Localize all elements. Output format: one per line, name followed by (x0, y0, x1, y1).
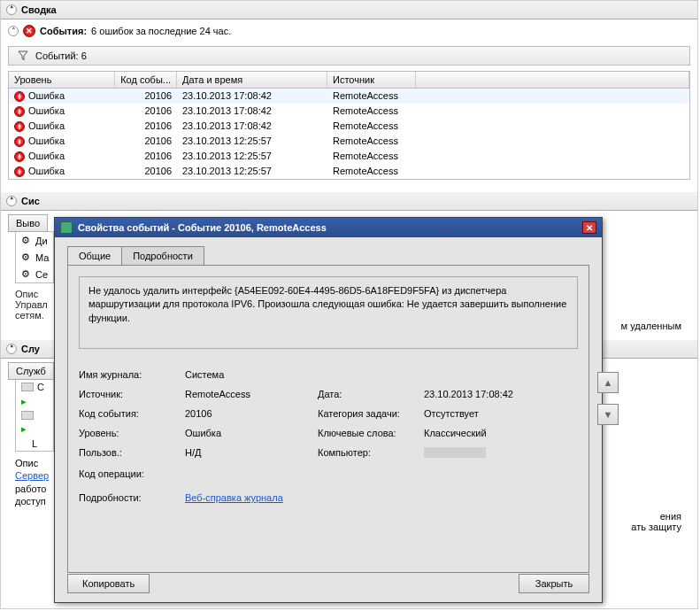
summary-header: ˄ Сводка (1, 1, 697, 19)
cell-date: 23.10.2013 12:25:57 (177, 150, 327, 163)
collapse-icon[interactable]: ˄ (6, 344, 17, 354)
cell-code: 20106 (115, 165, 177, 178)
value-log: Система (185, 369, 318, 380)
event-message[interactable]: Не удалось удалить интерфейс {A54EE092-6… (79, 276, 578, 349)
tab-details[interactable]: Подробности (121, 246, 204, 265)
cell-date: 23.10.2013 12:25:57 (177, 135, 327, 148)
service-icon (21, 411, 34, 420)
cell-level: Ошибка (28, 90, 65, 101)
list-item[interactable]: ⚙Ди (16, 232, 53, 249)
col-source[interactable]: Источник (327, 72, 416, 88)
label-eventid: Код события: (79, 408, 185, 419)
table-row[interactable]: !Ошибка2010623.10.2013 12:25:57RemoteAcc… (9, 134, 689, 149)
table-row[interactable]: !Ошибка2010623.10.2013 12:25:57RemoteAcc… (9, 149, 689, 164)
nav-down-button[interactable]: ▼ (597, 404, 619, 425)
copy-button[interactable]: Копировать (67, 574, 150, 593)
table-row[interactable]: !Ошибка2010623.10.2013 17:08:42RemoteAcc… (9, 89, 689, 104)
value-taskcat: Отсутствует (424, 408, 578, 419)
redacted-block (424, 447, 486, 458)
col-code[interactable]: Код собы... (115, 72, 177, 88)
error-icon: ! (14, 91, 25, 102)
table-row[interactable]: !Ошибка2010623.10.2013 17:08:42RemoteAcc… (9, 104, 689, 119)
description-text: Опис Управл сетям. (15, 289, 54, 321)
list-item: L (16, 437, 53, 451)
events-summary-row: ˄ ✕ События: 6 ошибок за последние 24 ча… (1, 19, 697, 43)
table-header: Уровень Код собы... Дата и время Источни… (9, 72, 689, 89)
value-user: Н/Д (185, 447, 318, 460)
events-summary-text: 6 ошибок за последние 24 час. (91, 26, 231, 36)
col-level[interactable]: Уровень (9, 72, 115, 88)
cell-level: Ошибка (28, 166, 65, 176)
cell-code: 20106 (115, 120, 177, 133)
value-eventid: 20106 (185, 408, 318, 419)
list-item[interactable] (16, 409, 53, 422)
cell-code: 20106 (115, 104, 177, 118)
sis-header: ˄ Сис (1, 192, 697, 211)
list-item: ▸ (16, 422, 53, 437)
play-icon: ▸ (21, 423, 27, 435)
filter-count: Событий: 6 (35, 50, 87, 61)
table-row[interactable]: !Ошибка2010623.10.2013 12:25:57RemoteAcc… (9, 164, 689, 179)
tab-general-pane: Не удалось удалить интерфейс {A54EE092-6… (67, 265, 589, 573)
list-item[interactable]: С (16, 380, 53, 394)
close-icon[interactable]: ✕ (582, 221, 596, 234)
filter-bar: Событий: 6 (8, 46, 690, 66)
serv-title: Слу (21, 344, 40, 354)
dialog-title: Свойства событий - Событие 20106, Remote… (78, 222, 327, 233)
dialog-titlebar[interactable]: Свойства событий - Событие 20106, Remote… (55, 218, 602, 237)
label-user: Пользов.: (79, 447, 185, 460)
cell-level: Ошибка (28, 135, 65, 146)
cell-date: 23.10.2013 12:25:57 (177, 165, 327, 178)
sis-button[interactable]: Выво (8, 214, 48, 232)
label-details: Подробности: (79, 492, 185, 503)
app-icon (60, 221, 73, 234)
cell-source: RemoteAccess (327, 135, 416, 148)
value-date: 23.10.2013 17:08:42 (424, 389, 578, 399)
collapse-icon[interactable]: ˄ (8, 26, 19, 36)
tab-general[interactable]: Общие (67, 246, 122, 265)
dialog-tabs: Общие Подробности (67, 246, 589, 265)
label-computer: Компьютер: (318, 447, 424, 460)
service-icon (21, 383, 34, 391)
label-date: Дата: (318, 389, 424, 399)
trailing-text: м удаленным (621, 321, 681, 331)
gear-icon: ⚙ (21, 268, 30, 280)
cell-source: RemoteAccess (327, 104, 416, 118)
cell-source: RemoteAccess (327, 89, 416, 103)
value-level: Ошибка (185, 428, 318, 438)
value-keywords: Классический (424, 428, 578, 438)
close-button[interactable]: Закрыть (519, 574, 589, 593)
cell-code: 20106 (115, 150, 177, 163)
cell-code: 20106 (115, 89, 177, 103)
collapse-icon[interactable]: ˄ (6, 196, 17, 206)
cell-source: RemoteAccess (327, 150, 416, 163)
cell-source: RemoteAccess (327, 165, 416, 178)
col-date[interactable]: Дата и время (177, 72, 327, 88)
events-label: События: (40, 26, 87, 36)
value-computer (424, 447, 578, 460)
nav-up-button[interactable]: ▲ (597, 372, 619, 393)
list-item[interactable]: ⚙Се (16, 266, 53, 282)
collapse-icon[interactable]: ˄ (6, 4, 17, 15)
table-row[interactable]: !Ошибка2010623.10.2013 17:08:42RemoteAcc… (9, 119, 689, 134)
help-link[interactable]: Веб-справка журнала (185, 492, 283, 503)
trailing-text: ения ать защиту (631, 511, 681, 532)
summary-title: Сводка (21, 4, 57, 15)
list-item[interactable]: ⚙Ма (16, 249, 53, 266)
sis-title: Сис (21, 196, 40, 206)
label-taskcat: Категория задачи: (318, 408, 424, 419)
gear-icon: ⚙ (21, 251, 30, 263)
server-link[interactable]: Сервер (15, 469, 54, 482)
cell-code: 20106 (115, 135, 177, 148)
label-level: Уровень: (79, 428, 185, 438)
serv-button[interactable]: Служб (8, 362, 54, 380)
cell-date: 23.10.2013 17:08:42 (177, 120, 327, 133)
label-keywords: Ключевые слова: (318, 428, 424, 438)
cell-level: Ошибка (28, 120, 65, 131)
cell-source: RemoteAccess (327, 120, 416, 133)
play-icon: ▸ (21, 396, 27, 407)
gear-icon: ⚙ (21, 235, 30, 246)
error-icon: ! (14, 151, 25, 162)
event-properties-dialog: Свойства событий - Событие 20106, Remote… (54, 217, 603, 603)
value-source: RemoteAccess (185, 389, 318, 399)
